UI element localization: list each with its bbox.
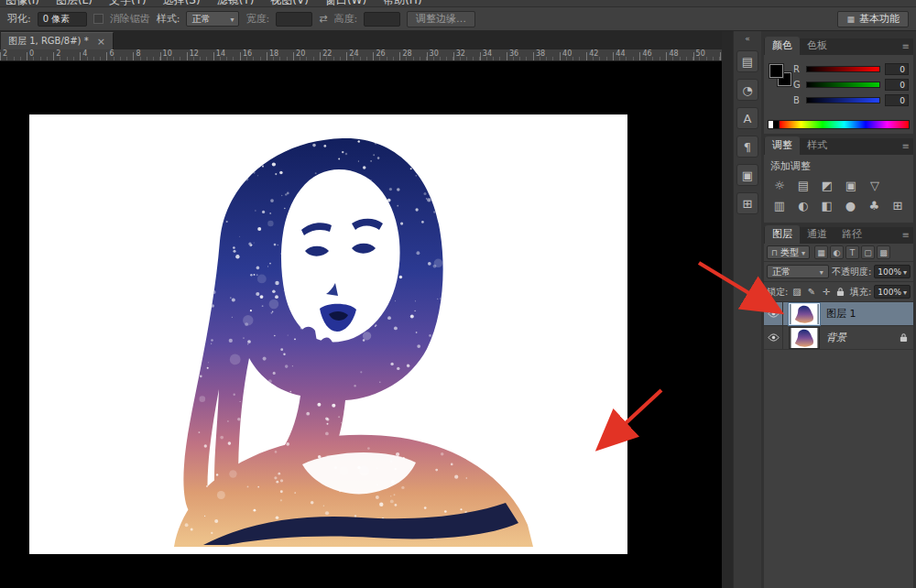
workspace-switcher-button[interactable]: ▦ 基本功能: [837, 11, 909, 27]
red-channel-label: R: [793, 64, 802, 74]
hue-saturation-icon[interactable]: ▥: [770, 198, 789, 213]
document-area: 图层 1, RGB/8#) * × 2024681012141618202224…: [0, 31, 722, 588]
pixel-layer-filter-icon[interactable]: ▦: [814, 245, 828, 259]
history-panel-icon[interactable]: ▤: [736, 50, 758, 72]
shape-layer-filter-icon[interactable]: ▢: [861, 245, 875, 259]
close-tab-icon[interactable]: ×: [97, 36, 105, 48]
layer-row-2[interactable]: 背景: [764, 326, 913, 350]
antialias-checkbox[interactable]: [93, 14, 104, 24]
channel-mixer-icon[interactable]: ♣: [865, 198, 883, 213]
ruler-label: 30: [430, 49, 439, 58]
width-label: 宽度:: [245, 12, 269, 26]
layers-panel-menu-icon[interactable]: [902, 230, 910, 240]
document-canvas[interactable]: [29, 114, 627, 554]
ruler-label: 46: [642, 49, 651, 58]
layer-lock-icon: [900, 332, 908, 343]
menu-item-6[interactable]: 视图(V): [270, 0, 309, 7]
vibrance-icon[interactable]: ▽: [866, 178, 884, 193]
adjustments-tab-1[interactable]: 调整: [765, 136, 800, 155]
ruler-label: 0: [29, 49, 34, 58]
height-input[interactable]: [364, 12, 400, 27]
green-value-input[interactable]: 0: [885, 79, 909, 91]
ruler-label: 28: [403, 49, 412, 58]
foreground-color-swatch[interactable]: [769, 64, 783, 78]
visibility-eye-icon[interactable]: [764, 326, 783, 349]
color-tab-1[interactable]: 颜色: [765, 37, 800, 55]
horizontal-ruler: 2024681012141618202224262830323436384042…: [0, 49, 722, 61]
menu-item-7[interactable]: 窗口(W): [325, 0, 366, 7]
layer-thumbnail[interactable]: [789, 303, 820, 325]
expand-panels-icon[interactable]: [745, 33, 750, 44]
ruler-label: 32: [456, 49, 465, 58]
ruler-label: 2: [3, 49, 7, 58]
red-slider-track[interactable]: [806, 66, 880, 72]
width-input[interactable]: [276, 12, 312, 27]
adjustments-panel-tabs: 调整样式: [764, 138, 913, 155]
document-tab[interactable]: 图层 1, RGB/8#) * ×: [1, 32, 114, 49]
adjustments-tab-2[interactable]: 样式: [800, 136, 834, 155]
curves-icon[interactable]: ◩: [818, 178, 836, 193]
green-slider-track[interactable]: [806, 82, 880, 88]
visibility-eye-icon[interactable]: [764, 302, 783, 325]
chevron-down-icon: [903, 288, 907, 297]
foreground-background-swatches[interactable]: [769, 64, 791, 86]
add-adjustment-label: 添加调整: [770, 159, 907, 173]
color-lookup-icon[interactable]: ⊞: [889, 198, 907, 213]
lock-pixels-icon[interactable]: ✎: [805, 286, 817, 299]
feather-label: 羽化:: [7, 12, 31, 26]
blue-slider-track[interactable]: [806, 97, 880, 103]
properties-panel-icon[interactable]: ▣: [736, 164, 758, 186]
spectrum-bw-end[interactable]: [768, 120, 779, 129]
menu-item-4[interactable]: 选择(S): [163, 0, 201, 7]
lock-transparency-icon[interactable]: ▨: [791, 286, 802, 299]
color-spectrum-ramp[interactable]: [779, 120, 910, 129]
color-tab-2[interactable]: 色板: [800, 37, 834, 55]
layers-tab-3[interactable]: 路径: [834, 225, 869, 244]
opacity-value: 100%: [878, 267, 901, 277]
layer-row-1[interactable]: 图层 1: [764, 302, 913, 326]
fill-input[interactable]: 100%: [874, 285, 911, 299]
type-layer-filter-icon[interactable]: T: [845, 245, 859, 259]
menu-item-3[interactable]: 文字(Y): [109, 0, 147, 7]
photo-filter-icon[interactable]: ●: [841, 198, 859, 213]
blue-value-input[interactable]: 0: [885, 94, 909, 106]
menu-item-1[interactable]: 图像(I): [5, 0, 39, 7]
levels-icon[interactable]: ▤: [794, 178, 812, 193]
fill-value: 100%: [878, 288, 901, 297]
swap-dimensions-icon[interactable]: ⇄: [319, 13, 327, 25]
lock-all-icon[interactable]: [834, 286, 846, 299]
layers-tab-1[interactable]: 图层: [765, 225, 800, 244]
adjustments-panel-menu-icon[interactable]: [902, 141, 910, 151]
smart-object-filter-icon[interactable]: ▩: [877, 245, 890, 259]
color-panel-menu-icon[interactable]: [902, 41, 910, 51]
layer-name[interactable]: 图层 1: [826, 307, 856, 321]
layer-filter-kind-dropdown[interactable]: ⊓ 类型: [767, 245, 810, 259]
paragraph-panel-icon[interactable]: ¶: [736, 136, 758, 158]
ruler-label: 40: [562, 49, 572, 58]
menu-item-8[interactable]: 帮助(H): [383, 0, 421, 7]
color-balance-icon[interactable]: ◐: [794, 198, 812, 213]
exposure-icon[interactable]: ▣: [842, 178, 860, 193]
lock-position-icon[interactable]: ✛: [820, 286, 832, 299]
workspace-grid-icon: ▦: [846, 15, 855, 24]
menu-item-5[interactable]: 滤镜(T): [217, 0, 255, 7]
style-dropdown[interactable]: 正常: [186, 11, 239, 27]
adjustment-layer-filter-icon[interactable]: ◐: [830, 245, 844, 259]
black-white-icon[interactable]: ◧: [818, 198, 836, 213]
brightness-contrast-icon[interactable]: ☼: [770, 178, 789, 193]
clone-source-panel-icon[interactable]: ◔: [736, 79, 758, 101]
character-panel-icon[interactable]: A: [736, 107, 758, 129]
red-value-input[interactable]: 0: [885, 63, 909, 75]
layer-name[interactable]: 背景: [826, 331, 846, 344]
info-panel-icon[interactable]: ⊞: [736, 192, 758, 214]
ruler-label: 20: [296, 49, 305, 58]
blend-mode-dropdown[interactable]: 正常: [767, 265, 829, 278]
feather-input[interactable]: 0 像素: [38, 12, 87, 27]
antialias-label: 消除锯齿: [110, 12, 150, 26]
layers-tab-2[interactable]: 通道: [800, 225, 834, 244]
opacity-input[interactable]: 100%: [874, 265, 911, 278]
layer-thumbnail[interactable]: [789, 327, 820, 349]
refine-edge-button[interactable]: 调整边缘…: [407, 11, 475, 27]
ruler-label: 26: [376, 49, 385, 58]
menu-item-2[interactable]: 图层(L): [56, 0, 93, 7]
